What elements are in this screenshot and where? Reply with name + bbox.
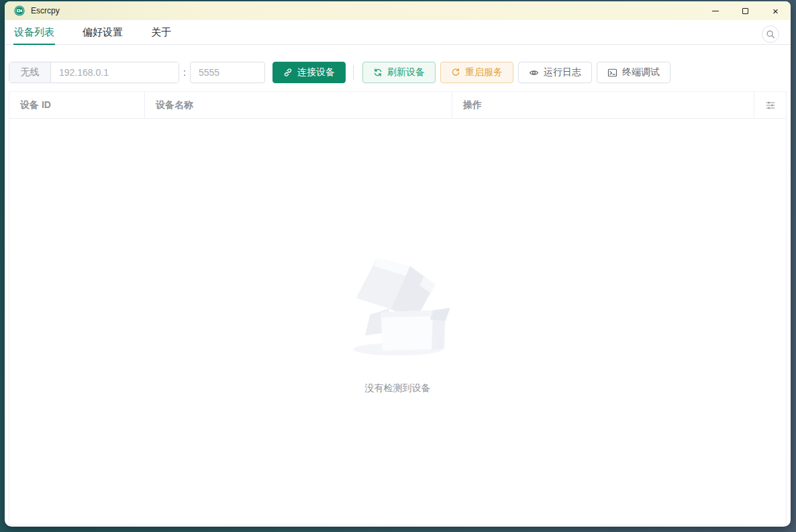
search-button[interactable] (762, 25, 779, 43)
tab-label: 设备列表 (14, 26, 54, 39)
column-settings-button[interactable] (754, 92, 786, 118)
tab-preferences[interactable]: 偏好设置 (82, 20, 123, 44)
app-logo-icon (14, 5, 25, 16)
window-controls: × (700, 1, 791, 20)
tab-about[interactable]: 关于 (150, 20, 172, 44)
restart-service-button[interactable]: 重启服务 (440, 62, 513, 83)
refresh-icon (373, 68, 383, 77)
column-header-device-id: 设备 ID (9, 92, 145, 118)
link-icon (283, 68, 293, 77)
column-header-device-name: 设备名称 (145, 92, 452, 118)
port-separator: : (183, 67, 186, 78)
ip-address-input[interactable] (51, 62, 179, 83)
empty-box-illustration (342, 250, 453, 357)
device-table-header: 设备 ID 设备名称 操作 (9, 92, 786, 119)
minimize-button[interactable] (700, 1, 730, 20)
eye-icon (529, 68, 539, 78)
refresh-devices-label: 刷新设备 (387, 66, 425, 78)
column-header-actions: 操作 (452, 92, 754, 118)
tab-device-list[interactable]: 设备列表 (13, 20, 55, 44)
close-button[interactable]: × (760, 1, 791, 20)
connect-device-label: 连接设备 (297, 66, 335, 78)
run-log-button[interactable]: 运行日志 (518, 62, 592, 83)
connection-toolbar: 无线 : 连接设备 刷新设备 (9, 62, 787, 83)
wireless-address-group: 无线 (9, 62, 179, 83)
wireless-label: 无线 (9, 62, 51, 83)
minimize-icon (712, 11, 719, 11)
titlebar: Escrcpy × (5, 1, 791, 20)
terminal-debug-button[interactable]: 终端调试 (597, 62, 670, 83)
close-icon: × (773, 6, 779, 16)
refresh-devices-button[interactable]: 刷新设备 (362, 62, 436, 83)
port-input[interactable] (190, 62, 265, 83)
run-log-label: 运行日志 (544, 66, 581, 78)
terminal-debug-label: 终端调试 (622, 66, 660, 78)
tab-bar: 设备列表 偏好设置 关于 (5, 20, 791, 45)
device-table-body: 没有检测到设备 (9, 119, 786, 525)
window-title: Escrcpy (31, 6, 700, 15)
app-window: Escrcpy × 设备列表 偏好设置 关于 (5, 1, 791, 527)
maximize-button[interactable] (730, 1, 760, 20)
connect-device-button[interactable]: 连接设备 (272, 62, 346, 83)
restart-service-label: 重启服务 (465, 66, 503, 78)
terminal-icon (607, 68, 617, 78)
empty-state-text: 没有检测到设备 (365, 382, 431, 394)
restart-icon (451, 68, 460, 77)
tab-label: 偏好设置 (83, 26, 123, 39)
tab-label: 关于 (151, 26, 171, 39)
toolbar-divider (353, 65, 354, 80)
device-table: 设备 ID 设备名称 操作 (9, 91, 787, 525)
maximize-icon (742, 8, 748, 14)
search-icon (766, 30, 775, 39)
sliders-icon (765, 100, 776, 111)
empty-state: 没有检测到设备 (342, 250, 453, 394)
